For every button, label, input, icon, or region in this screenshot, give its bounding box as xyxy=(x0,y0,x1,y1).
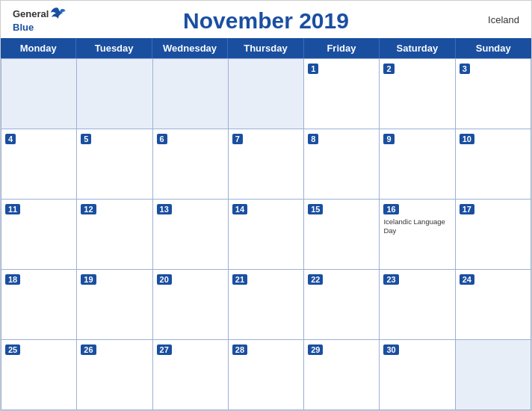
calendar-cell: 22 xyxy=(304,270,380,340)
cell-number: 2 xyxy=(383,64,394,74)
calendar-cell: 4 xyxy=(1,129,77,200)
logo-bird-icon xyxy=(50,7,66,22)
cell-number: 12 xyxy=(81,204,96,214)
calendar-cell: 16Icelandic Language Day xyxy=(380,200,455,270)
day-name-tuesday: Tuesday xyxy=(76,38,152,58)
calendar-cell xyxy=(229,59,304,129)
day-name-friday: Friday xyxy=(304,38,380,58)
calendar-cell: 24 xyxy=(456,270,531,340)
month-title: November 2019 xyxy=(183,8,349,34)
cell-number: 16 xyxy=(383,204,398,214)
calendar-cell: 2 xyxy=(380,59,455,129)
cell-number: 1 xyxy=(308,64,318,74)
cell-number: 18 xyxy=(5,274,20,285)
calendar-cell: 30 xyxy=(380,340,455,410)
calendar-cell xyxy=(77,59,152,129)
cell-number: 10 xyxy=(460,134,474,144)
cell-number: 30 xyxy=(383,344,398,355)
logo-blue-text: Blue xyxy=(13,22,34,33)
calendar-cell: 5 xyxy=(77,129,152,200)
logo: General Blue xyxy=(13,7,66,34)
calendar-cell: 12 xyxy=(77,200,152,270)
calendar-cell: 20 xyxy=(153,270,229,340)
calendar-cell: 9 xyxy=(380,129,455,200)
calendar-cell: 17 xyxy=(456,200,531,270)
day-name-monday: Monday xyxy=(1,38,76,58)
cell-number: 21 xyxy=(232,274,247,285)
calendar-cell: 13 xyxy=(153,200,229,270)
cell-number: 14 xyxy=(232,204,247,214)
calendar-cell: 7 xyxy=(229,129,304,200)
calendar-cell: 14 xyxy=(229,200,304,270)
cell-number: 19 xyxy=(81,274,96,285)
calendar-container: General Blue November 2019 Iceland Monda… xyxy=(0,0,532,411)
calendar-cell: 8 xyxy=(304,129,380,200)
calendar-cell xyxy=(153,59,229,129)
cell-number: 23 xyxy=(383,274,398,285)
calendar-cell: 26 xyxy=(77,340,152,410)
calendar-cell: 28 xyxy=(229,340,304,410)
cell-number: 4 xyxy=(5,134,16,144)
cell-number: 20 xyxy=(157,274,172,285)
day-name-sunday: Sunday xyxy=(456,38,531,58)
cell-event: Icelandic Language Day xyxy=(383,217,451,236)
calendar-header: General Blue November 2019 Iceland xyxy=(1,1,531,38)
cell-number: 11 xyxy=(5,204,20,214)
cell-number: 22 xyxy=(308,274,323,285)
calendar-cell: 11 xyxy=(1,200,77,270)
calendar-cell: 29 xyxy=(304,340,380,410)
calendar-cell xyxy=(1,59,77,129)
calendar-cell: 21 xyxy=(229,270,304,340)
cell-number: 13 xyxy=(157,204,172,214)
calendar-cell xyxy=(456,340,531,410)
cell-number: 5 xyxy=(81,134,91,144)
calendar-cell: 23 xyxy=(380,270,455,340)
cell-number: 17 xyxy=(460,204,474,214)
cell-number: 29 xyxy=(308,344,323,355)
days-header: MondayTuesdayWednesdayThursdayFridaySatu… xyxy=(1,38,531,58)
logo-general-text: General xyxy=(13,8,49,19)
calendar-cell: 10 xyxy=(456,129,531,200)
cell-number: 9 xyxy=(383,134,394,144)
cell-number: 6 xyxy=(157,134,167,144)
cell-number: 8 xyxy=(308,134,318,144)
calendar-cell: 27 xyxy=(153,340,229,410)
calendar-cell: 19 xyxy=(77,270,152,340)
calendar-cell: 18 xyxy=(1,270,77,340)
calendar-grid: 12345678910111213141516Icelandic Languag… xyxy=(1,58,531,410)
cell-number: 27 xyxy=(157,344,172,355)
cell-number: 3 xyxy=(460,64,470,74)
cell-number: 15 xyxy=(308,204,323,214)
calendar-cell: 1 xyxy=(304,59,380,129)
day-name-thursday: Thursday xyxy=(228,38,303,58)
cell-number: 25 xyxy=(5,344,20,355)
cell-number: 28 xyxy=(232,344,247,355)
calendar-cell: 6 xyxy=(153,129,229,200)
day-name-saturday: Saturday xyxy=(380,38,455,58)
cell-number: 7 xyxy=(232,134,243,144)
day-name-wednesday: Wednesday xyxy=(152,38,228,58)
cell-number: 24 xyxy=(460,274,474,285)
calendar-cell: 15 xyxy=(304,200,380,270)
country-label: Iceland xyxy=(488,14,519,25)
calendar-cell: 3 xyxy=(456,59,531,129)
calendar-cell: 25 xyxy=(1,340,77,410)
cell-number: 26 xyxy=(81,344,96,355)
